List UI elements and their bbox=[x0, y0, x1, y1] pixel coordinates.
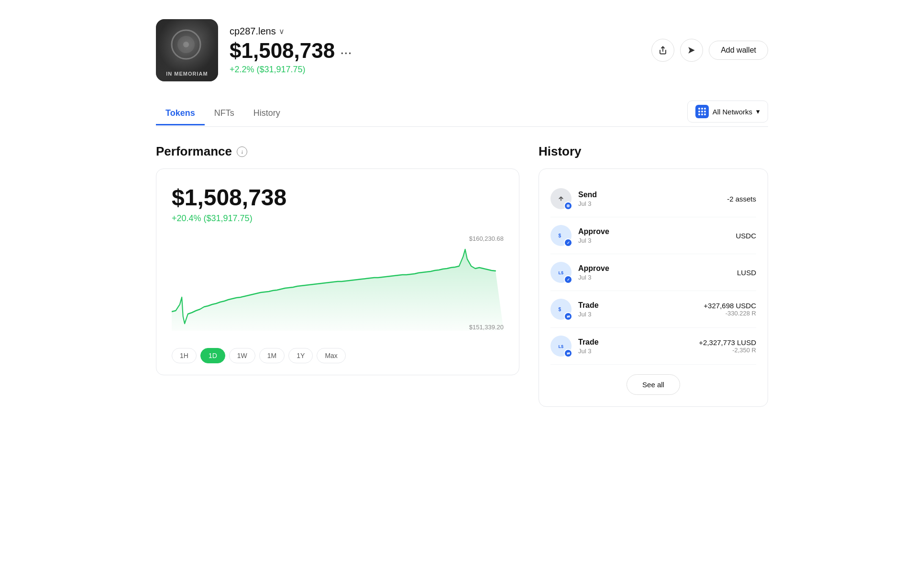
tabs-left: Tokens NFTs History bbox=[156, 102, 290, 125]
navigate-button[interactable] bbox=[680, 39, 703, 62]
wallet-change: +2.2% ($31,917.75) bbox=[230, 65, 352, 75]
history-item-trade-lusd[interactable]: L$ ⇄ Trade Jul 3 +2,327,773 LUSD bbox=[550, 328, 756, 365]
add-wallet-button[interactable]: Add wallet bbox=[709, 41, 768, 60]
trade-lusd-amount: +2,327,773 LUSD bbox=[699, 338, 756, 347]
performance-section: Performance ↓ $1,508,738 +20.4% ($31,917… bbox=[156, 144, 519, 407]
svg-text:L$: L$ bbox=[559, 344, 564, 349]
tab-history[interactable]: History bbox=[244, 102, 290, 125]
chart-area: $160,230.68 $151,339.20 bbox=[172, 235, 504, 340]
performance-chart bbox=[172, 235, 504, 331]
approve-lusd-badge: ✓ bbox=[564, 275, 572, 284]
time-btn-max[interactable]: Max bbox=[317, 348, 345, 363]
header-left: IN MEMORIAM cp287.lens ∨ $1,508,738 ... … bbox=[156, 19, 352, 81]
time-btn-1w[interactable]: 1W bbox=[229, 348, 255, 363]
trade-lusd-amount2: -2,350 R bbox=[699, 347, 756, 354]
wallet-info: cp287.lens ∨ $1,508,738 ... +2.2% ($31,9… bbox=[230, 26, 352, 75]
performance-balance: $1,508,738 bbox=[172, 184, 504, 211]
share-icon bbox=[659, 46, 667, 55]
networks-chevron: ▾ bbox=[756, 107, 760, 116]
balance-menu-btn[interactable]: ... bbox=[341, 45, 352, 57]
header: IN MEMORIAM cp287.lens ∨ $1,508,738 ... … bbox=[156, 19, 768, 81]
time-btn-1d[interactable]: 1D bbox=[200, 348, 225, 363]
trade-usdc-date: Jul 3 bbox=[578, 311, 599, 318]
approve-lusd-icon: L$ ✓ bbox=[550, 262, 572, 283]
approve-usdc-name: Approve bbox=[578, 227, 609, 236]
performance-card: $1,508,738 +20.4% ($31,917.75) $160,230.… bbox=[156, 168, 519, 375]
approve-usdc-badge: ✓ bbox=[564, 238, 572, 247]
approve-lusd-name: Approve bbox=[578, 264, 609, 273]
trade-lusd-icon: L$ ⇄ bbox=[550, 336, 572, 357]
history-item-approve-usdc[interactable]: $ ✓ Approve Jul 3 USDC bbox=[550, 217, 756, 254]
performance-change: +20.4% ($31,917.75) bbox=[172, 213, 504, 224]
send-badge bbox=[564, 202, 572, 210]
see-all-button[interactable]: See all bbox=[627, 374, 680, 395]
networks-selector[interactable]: All Networks ▾ bbox=[687, 101, 768, 123]
history-item-approve-lusd[interactable]: L$ ✓ Approve Jul 3 LUSD bbox=[550, 254, 756, 291]
networks-grid bbox=[698, 108, 706, 115]
svg-text:$: $ bbox=[559, 307, 561, 312]
navigate-icon bbox=[687, 46, 696, 55]
trade-usdc-badge: ⇄ bbox=[564, 312, 572, 321]
performance-info-icon[interactable]: ↓ bbox=[237, 146, 247, 157]
trade-lusd-date: Jul 3 bbox=[578, 348, 599, 355]
networks-label: All Networks bbox=[713, 108, 752, 116]
send-icon bbox=[550, 188, 572, 209]
send-date: Jul 3 bbox=[578, 200, 597, 207]
send-name: Send bbox=[578, 191, 597, 199]
history-section: History bbox=[539, 144, 768, 407]
trade-usdc-amount2: -330.228 R bbox=[704, 310, 756, 317]
approve-lusd-date: Jul 3 bbox=[578, 274, 609, 281]
time-buttons: 1H 1D 1W 1M 1Y Max bbox=[172, 348, 504, 363]
trade-usdc-amount: +327,698 USDC bbox=[704, 302, 756, 310]
approve-lusd-amount: LUSD bbox=[737, 269, 756, 277]
history-title: History bbox=[539, 144, 768, 159]
trade-usdc-icon: $ ⇄ bbox=[550, 299, 572, 320]
history-card: Send Jul 3 -2 assets $ bbox=[539, 168, 768, 407]
time-btn-1y[interactable]: 1Y bbox=[288, 348, 313, 363]
avatar: IN MEMORIAM bbox=[156, 19, 218, 81]
wallet-dropdown-chevron[interactable]: ∨ bbox=[279, 27, 285, 36]
trade-lusd-name: Trade bbox=[578, 338, 599, 347]
send-amount: -2 assets bbox=[727, 195, 756, 203]
main-content: Performance ↓ $1,508,738 +20.4% ($31,917… bbox=[156, 144, 768, 407]
tab-tokens[interactable]: Tokens bbox=[156, 102, 205, 125]
wallet-name: cp287.lens bbox=[230, 26, 276, 37]
tabs-row: Tokens NFTs History All Networks ▾ bbox=[156, 101, 768, 127]
svg-text:L$: L$ bbox=[559, 270, 564, 275]
header-right: Add wallet bbox=[651, 39, 768, 62]
performance-title: Performance ↓ bbox=[156, 144, 519, 159]
svg-point-6 bbox=[567, 204, 570, 207]
trade-lusd-badge: ⇄ bbox=[564, 349, 572, 358]
networks-icon bbox=[695, 105, 709, 118]
tab-nfts[interactable]: NFTs bbox=[205, 102, 244, 125]
chart-label-high: $160,230.68 bbox=[469, 235, 504, 242]
svg-text:$: $ bbox=[559, 233, 561, 238]
time-btn-1h[interactable]: 1H bbox=[172, 348, 197, 363]
history-item-trade-usdc[interactable]: $ ⇄ Trade Jul 3 +327,698 USDC bbox=[550, 291, 756, 328]
wallet-balance: $1,508,738 ... bbox=[230, 39, 352, 63]
svg-point-2 bbox=[183, 42, 189, 47]
wallet-name-row: cp287.lens ∨ bbox=[230, 26, 352, 37]
approve-usdc-icon: $ ✓ bbox=[550, 225, 572, 246]
trade-usdc-name: Trade bbox=[578, 301, 599, 310]
chart-label-low: $151,339.20 bbox=[469, 324, 504, 331]
approve-usdc-date: Jul 3 bbox=[578, 237, 609, 244]
svg-marker-4 bbox=[688, 47, 695, 54]
avatar-label: IN MEMORIAM bbox=[156, 71, 218, 77]
share-button[interactable] bbox=[651, 39, 674, 62]
time-btn-1m[interactable]: 1M bbox=[259, 348, 285, 363]
history-item-send[interactable]: Send Jul 3 -2 assets bbox=[550, 180, 756, 217]
approve-usdc-amount: USDC bbox=[736, 232, 756, 240]
